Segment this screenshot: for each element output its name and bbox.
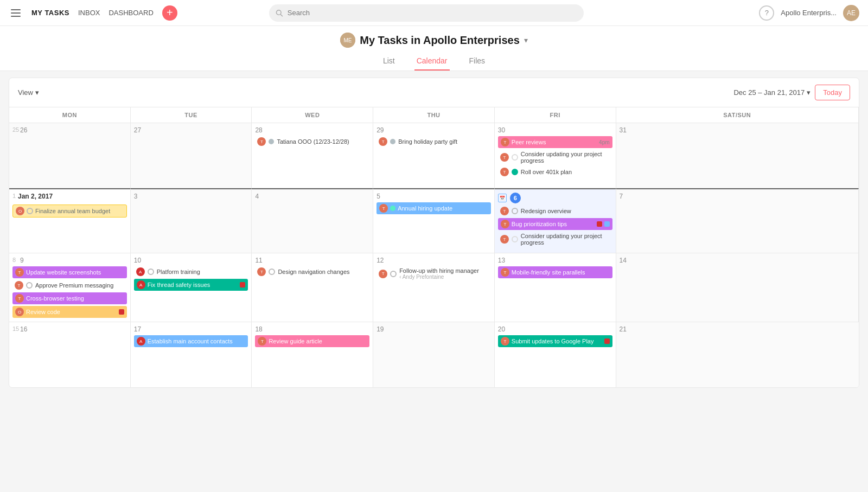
task-bug-tips[interactable]: T Bug prioritization tips [498,218,612,230]
task-hiring[interactable]: T Annual hiring update [376,202,491,214]
tab-files[interactable]: Files [467,52,488,71]
title-row: ME My Tasks in Apollo Enterprises ▾ [0,33,868,48]
avatar-followup: T [379,270,387,278]
dot-holiday [390,139,395,144]
avatar-nav: T [257,267,266,276]
avatar-establish: A [137,337,145,346]
circle-consider2 [512,236,518,242]
chevron-down-icon: ▾ [807,88,810,97]
cell-jan17: 17 A Establish main account contacts [131,322,252,387]
task-peer-reviews[interactable]: T Peer reviews 4pm [498,136,612,148]
task-platform[interactable]: A Platform training [134,266,248,277]
task-nav[interactable]: T Design navigation changes [255,266,369,277]
task-text: Annual hiring update [398,205,452,212]
task-budget[interactable]: O Finalize annual team budget [12,205,127,218]
week-num: 25 [12,126,19,133]
cell-jan18: 18 T Review guide article [252,322,373,387]
calendar-toolbar: View ▾ Dec 25 – Jan 21, 2017 ▾ Today [9,78,859,107]
circle-platform [148,269,154,275]
task-holiday[interactable]: T Bring holiday party gift [376,136,491,147]
task-review-code[interactable]: O Review code [12,306,127,318]
hamburger-icon[interactable] [9,7,23,19]
avatar-premium: T [15,281,23,290]
avatar[interactable]: AE [843,5,859,21]
task-text: Peer reviews [512,139,546,145]
chevron-down-icon[interactable]: ▾ [524,36,528,44]
task-screenshots[interactable]: T Update website screenshots [12,266,127,278]
day-19: 19 [376,325,491,333]
task-mobile[interactable]: T Mobile-friendly site parallels [498,266,612,278]
date-range-button[interactable]: Dec 25 – Jan 21, 2017 ▾ [733,88,810,97]
header-tue: TUE [131,107,252,123]
circle-tatiana [269,139,274,144]
avatar-google-play: T [501,337,509,346]
view-button[interactable]: View ▾ [18,88,39,97]
my-tasks-nav[interactable]: MY TASKS [31,9,69,17]
task-consider2[interactable]: T Consider updating your project progres… [498,232,612,247]
task-sub: ‹ Andy Prefontaine [399,274,479,280]
avatar-holiday: T [379,137,387,146]
day-6: 📅 6 [498,193,612,203]
svg-line-1 [280,14,282,16]
nav-right: ? Apollo Enterpris... AE [759,5,859,21]
today-button[interactable]: Today [815,85,850,100]
cell-dec31: 31 [616,123,859,188]
calendar-icon: 📅 [498,194,507,202]
day-26: 26 [20,126,127,134]
circle-401k [512,169,518,175]
cell-jan12: 12 T Follow-up with hiring manager ‹ And… [373,253,495,322]
task-text: Establish main account contacts [148,338,233,344]
page-title: My Tasks in Apollo Enterprises [360,34,520,47]
task-text: Tatiana OOO (12/23-12/28) [277,138,349,145]
task-redesign[interactable]: T Redesign overview [498,206,612,216]
circle-consider1 [512,154,518,161]
add-button[interactable]: + [162,5,177,21]
task-text: Follow-up with hiring manager [399,267,479,274]
inbox-nav[interactable]: INBOX [78,9,100,17]
blue-icon [604,221,610,227]
search-input[interactable] [288,9,578,17]
task-text: Review guide article [269,338,322,344]
search-icon [276,9,283,17]
tab-calendar[interactable]: Calendar [414,52,450,71]
task-text: Redesign overview [521,208,571,214]
search-bar[interactable] [269,4,584,22]
task-followup[interactable]: T Follow-up with hiring manager ‹ Andy P… [376,266,491,281]
cell-jan8: 8 9 T Update website screenshots T Appro… [9,253,131,322]
task-cross[interactable]: T Cross-browser testing [12,292,127,304]
cell-jan3: 3 [131,188,252,253]
avatar-thread: A [137,280,145,289]
header-sat: SAT/SUN [616,107,859,123]
task-text: Finalize annual team budget [35,208,110,214]
task-401k[interactable]: T Roll over 401k plan [498,167,612,177]
avatar-platform: A [136,267,145,276]
top-nav: MY TASKS INBOX DASHBOARD + ? Apollo Ente… [0,0,868,26]
day-9: 9 [20,257,127,264]
tab-list[interactable]: List [381,52,397,71]
cell-jan10: 10 A Platform training A Fix thread safe… [131,253,252,322]
day-5: 5 [376,193,491,200]
task-premium[interactable]: T Approve Premium messaging [12,280,127,291]
task-google-play[interactable]: T Submit updates to Google Play [498,335,612,347]
help-button[interactable]: ? [759,5,774,21]
day-3: 3 [134,193,248,200]
header-thu: THU [373,107,495,123]
red-icon [240,282,245,287]
task-guide[interactable]: T Review guide article [255,335,369,347]
task-tatiana[interactable]: T Tatiana OOO (12/23-12/28) [255,136,369,147]
task-text: Platform training [157,269,200,275]
avatar-consider2: T [500,235,509,244]
task-consider1[interactable]: T Consider updating your project progres… [498,150,612,165]
day-12: 12 [376,257,491,264]
task-thread[interactable]: A Fix thread safety issues [134,279,248,291]
avatar-hiring: T [379,204,388,213]
task-establish[interactable]: A Establish main account contacts [134,335,248,347]
day-11: 11 [255,257,369,264]
dashboard-nav[interactable]: DASHBOARD [108,9,153,17]
page-header: ME My Tasks in Apollo Enterprises ▾ List… [0,26,868,71]
task-text: Cross-browser testing [26,295,84,302]
day-4: 4 [255,193,369,200]
avatar-screenshots: T [15,268,24,277]
day-31: 31 [620,126,855,134]
task-text: Fix thread safety issues [148,282,210,288]
